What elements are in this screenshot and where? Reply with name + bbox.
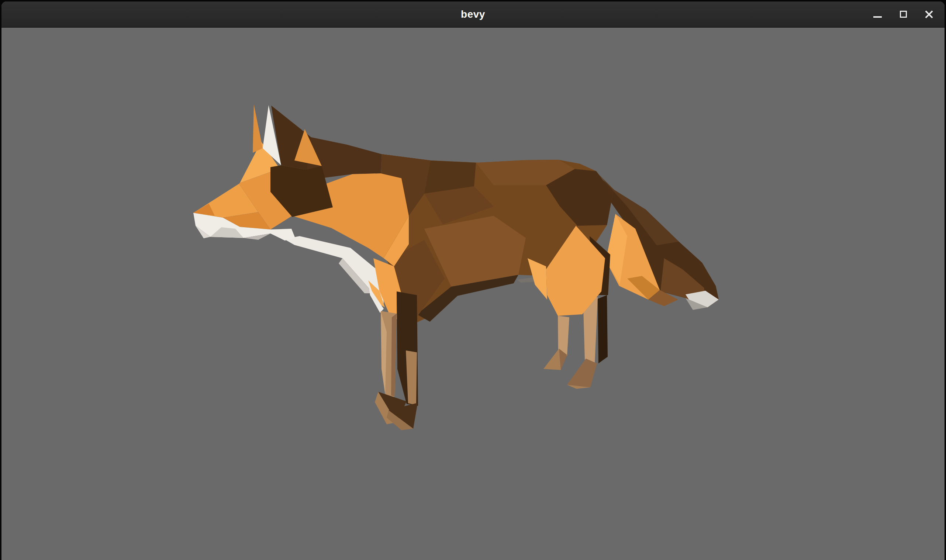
window-controls (871, 2, 936, 27)
close-icon (924, 10, 934, 19)
minimize-icon (873, 16, 882, 18)
fox-facet (598, 295, 608, 363)
fox-facet (567, 358, 597, 387)
window-title: bevy (461, 8, 485, 20)
fox-model (2, 28, 944, 560)
minimize-button[interactable] (871, 8, 884, 21)
3d-viewport[interactable] (2, 28, 944, 560)
titlebar[interactable]: bevy (2, 2, 944, 28)
fox-facet (253, 105, 263, 153)
close-button[interactable] (922, 8, 936, 21)
maximize-icon (900, 11, 907, 18)
fox-facet (391, 314, 397, 397)
fox-facet (543, 349, 561, 370)
maximize-button[interactable] (897, 8, 910, 21)
bevy-window: bevy (2, 2, 944, 560)
